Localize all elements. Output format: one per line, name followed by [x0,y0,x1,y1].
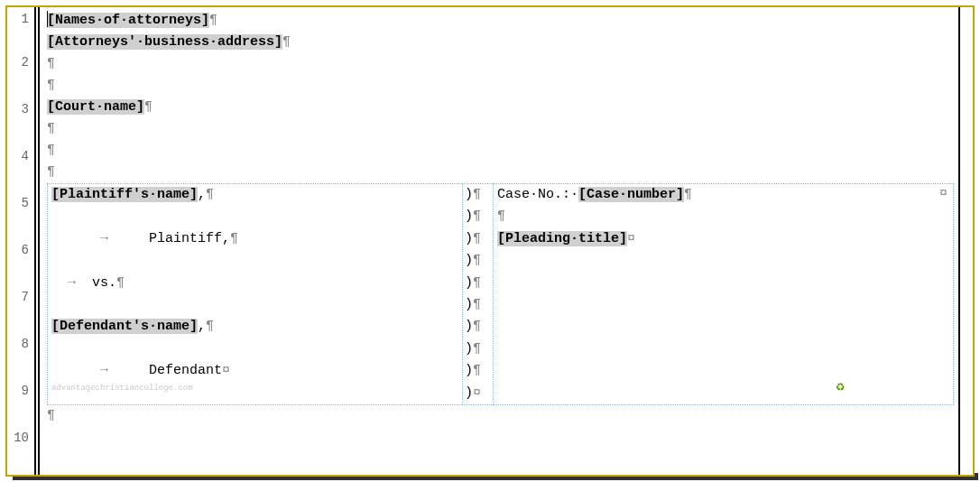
pilcrow-mark: ¶ [473,319,481,334]
pilcrow-mark: ¶ [230,231,238,246]
pilcrow-mark: ¶ [47,78,55,93]
caption-table[interactable]: [Plaintiff's·name],¶ → Plaintiff,¶ → vs.… [47,183,954,405]
field-attorneys-names[interactable]: [Names·of·attorneys] [47,13,209,28]
line-number: 4 [22,149,29,163]
line-number: 8 [22,337,29,351]
document-content[interactable]: [Names·of·attorneys]¶ [Attorneys'·busine… [47,7,973,475]
pilcrow-mark: ¶ [473,275,481,291]
pilcrow-mark: ¶ [282,34,291,50]
pilcrow-mark: ¶ [473,209,481,224]
line-number: 3 [22,102,29,116]
line-number-column: 1 2 3 4 5 6 7 8 9 10 [7,7,34,475]
cell-end-mark: ¤ [222,363,230,378]
line-number: 2 [22,55,29,70]
pilcrow-mark: ¶ [206,319,214,334]
field-plaintiff-name[interactable]: [Plaintiff's·name] [51,187,198,202]
text-line[interactable]: ¶ [47,405,973,427]
text-line[interactable]: ¶ [47,162,973,183]
line-number: 9 [22,384,29,398]
vertical-rule [38,7,40,475]
pilcrow-mark: ¶ [473,231,481,246]
tab-mark: → [100,231,108,246]
pilcrow-mark: ¶ [116,275,125,291]
pilcrow-mark: ¶ [473,187,481,202]
comma: , [198,187,206,202]
recycle-icon: ♻ [836,377,845,395]
text-line[interactable]: [Names·of·attorneys]¶ [47,10,973,32]
line-number: 1 [22,12,29,26]
vertical-rule [34,7,36,475]
line-number: 10 [14,431,29,445]
pilcrow-mark: ¶ [473,253,481,268]
tab-mark: → [100,363,108,378]
caption-right-cell[interactable]: ¤ Case·No.:·[Case·number]¶ ¶ [Pleading·t… [494,183,954,405]
pilcrow-mark: ¶ [206,187,214,202]
right-margin-rule [958,7,960,475]
paren-mark: ) [465,275,473,291]
paren-mark: ) [465,363,473,378]
line-number: 6 [22,243,29,257]
field-pleading-title[interactable]: [Pleading·title] [497,231,627,246]
pilcrow-mark: ¶ [473,363,481,378]
pilcrow-mark: ¶ [144,99,153,115]
watermark-text: advantagechristiancollege.com [48,383,462,394]
pilcrow-mark: ¶ [47,121,55,136]
text-line[interactable]: ¶ [47,75,973,97]
paren-mark: ) [465,231,473,246]
field-court-name[interactable]: [Court·name] [47,99,144,115]
tab-mark: → [68,275,76,291]
paren-mark: ) [465,319,473,334]
pilcrow-mark: ¶ [47,164,55,180]
paren-mark: ) [465,209,473,224]
pilcrow-mark: ¶ [473,341,481,357]
pilcrow-mark: ¶ [47,143,55,158]
line-number: 5 [22,196,29,210]
caption-divider-cell: )¶ )¶ )¶ )¶ )¶ )¶ )¶ )¶ )¶ )¤ [462,183,494,405]
text-line[interactable]: ¶ [47,140,973,162]
paren-mark: ) [465,253,473,268]
paren-mark: ) [465,297,473,312]
case-no-label: Case·No.:· [497,187,578,202]
text-cursor [47,11,48,27]
comma: , [198,319,206,334]
field-defendant-name[interactable]: [Defendant's·name] [51,319,198,334]
field-attorneys-address[interactable]: [Attorneys'·business·address] [47,34,282,50]
paren-mark: ) [465,341,473,357]
field-case-number[interactable]: [Case·number] [578,187,684,202]
text-line[interactable]: ¶ [47,53,973,75]
pilcrow-mark: ¶ [473,297,481,312]
text-line[interactable]: [Attorneys'·business·address]¶ [47,32,973,53]
text-line[interactable]: ¶ [47,118,973,140]
pilcrow-mark: ¶ [684,187,692,202]
paren-mark: ) [465,385,473,401]
pilcrow-mark: ¶ [47,56,55,71]
text-line[interactable]: [Court·name]¶ [47,97,973,118]
pilcrow-mark: ¶ [47,408,55,423]
pilcrow-mark: ¶ [497,209,505,224]
caption-left-cell[interactable]: [Plaintiff's·name],¶ → Plaintiff,¶ → vs.… [47,183,462,405]
cell-end-mark: ¤ [627,231,635,246]
defendant-label: Defendant [149,363,222,378]
paren-mark: ) [465,187,473,202]
document-page[interactable]: 1 2 3 4 5 6 7 8 9 10 [Names·of·attorneys… [7,7,973,475]
line-number: 7 [22,290,29,304]
cell-end-mark: ¤ [473,385,481,401]
cell-end-mark: ¤ [939,186,948,201]
plaintiff-label: Plaintiff, [149,231,230,246]
vs-label: vs. [92,275,116,291]
pilcrow-mark: ¶ [209,13,217,28]
